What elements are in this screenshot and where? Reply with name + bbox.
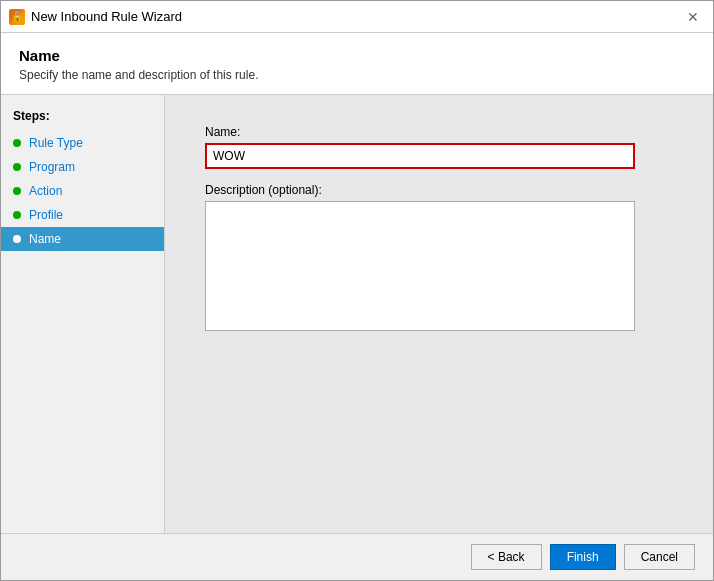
sidebar-item-label-rule-type: Rule Type — [29, 136, 83, 150]
name-input[interactable] — [205, 143, 635, 169]
description-label: Description (optional): — [205, 183, 673, 197]
description-group: Description (optional): — [205, 183, 673, 331]
name-label: Name: — [205, 125, 673, 139]
sidebar-item-label-program: Program — [29, 160, 75, 174]
window-title: New Inbound Rule Wizard — [31, 9, 182, 24]
title-bar: 🔒 New Inbound Rule Wizard ✕ — [1, 1, 713, 33]
form-area: Name: Description (optional): — [165, 95, 713, 533]
sidebar-item-label-profile: Profile — [29, 208, 63, 222]
app-icon: 🔒 — [9, 9, 25, 25]
page-title: Name — [19, 47, 695, 64]
cancel-button[interactable]: Cancel — [624, 544, 695, 570]
button-bar: < Back Finish Cancel — [1, 533, 713, 580]
sidebar-item-label-name: Name — [29, 232, 61, 246]
sidebar-item-name[interactable]: Name — [1, 227, 164, 251]
step-dot-rule-type — [13, 139, 21, 147]
step-dot-action — [13, 187, 21, 195]
step-dot-profile — [13, 211, 21, 219]
sidebar-item-label-action: Action — [29, 184, 62, 198]
step-dot-name — [13, 235, 21, 243]
sidebar-item-rule-type[interactable]: Rule Type — [1, 131, 164, 155]
finish-button[interactable]: Finish — [550, 544, 616, 570]
steps-label: Steps: — [1, 105, 164, 131]
page-subtitle: Specify the name and description of this… — [19, 68, 695, 82]
sidebar-item-program[interactable]: Program — [1, 155, 164, 179]
back-button[interactable]: < Back — [471, 544, 542, 570]
sidebar: Steps: Rule Type Program Action Profile — [1, 95, 165, 533]
name-group: Name: — [205, 125, 673, 169]
sidebar-item-action[interactable]: Action — [1, 179, 164, 203]
wizard-window: 🔒 New Inbound Rule Wizard ✕ Name Specify… — [0, 0, 714, 581]
main-body: Steps: Rule Type Program Action Profile — [1, 95, 713, 533]
title-bar-left: 🔒 New Inbound Rule Wizard — [9, 9, 182, 25]
content-area: Name Specify the name and description of… — [1, 33, 713, 580]
close-button[interactable]: ✕ — [681, 5, 705, 29]
step-dot-program — [13, 163, 21, 171]
description-input[interactable] — [205, 201, 635, 331]
header-section: Name Specify the name and description of… — [1, 33, 713, 95]
sidebar-item-profile[interactable]: Profile — [1, 203, 164, 227]
